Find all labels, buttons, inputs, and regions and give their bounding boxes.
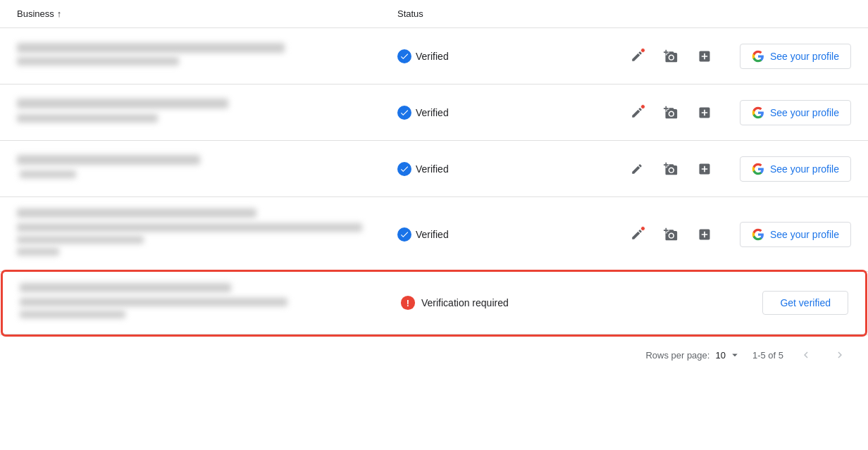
business-name-blurred — [20, 283, 231, 292]
see-profile-button[interactable]: See your profile — [740, 156, 851, 182]
action-icons — [624, 156, 717, 182]
see-profile-button[interactable]: See your profile — [740, 44, 851, 69]
business-address-blurred — [20, 298, 287, 306]
business-cell — [17, 99, 397, 127]
add-photo-button[interactable] — [658, 100, 683, 125]
table-row-verification-required: ! Verification required Get verified — [3, 272, 865, 335]
rows-per-page-value: 10 — [715, 350, 725, 361]
verified-icon — [397, 49, 411, 63]
see-profile-button[interactable]: See your profile — [740, 222, 851, 247]
chevron-right-icon — [833, 349, 846, 361]
edit-button[interactable] — [624, 156, 650, 182]
add-update-button[interactable] — [692, 222, 717, 247]
business-cell — [17, 208, 397, 260]
edit-button[interactable] — [624, 222, 650, 247]
verified-icon — [397, 106, 411, 120]
business-table: Business ↑ Status Verified — [0, 0, 868, 450]
see-profile-label: See your profile — [770, 51, 839, 62]
see-profile-label: See your profile — [770, 107, 839, 118]
status-column-header: Status — [397, 8, 851, 19]
status-cell: Verified — [397, 100, 851, 125]
add-update-button[interactable] — [692, 44, 717, 69]
action-icons — [624, 44, 717, 69]
see-profile-button[interactable]: See your profile — [740, 100, 851, 125]
add-photo-button[interactable] — [658, 44, 683, 69]
verified-icon — [397, 162, 411, 176]
chevron-left-icon — [800, 349, 812, 361]
rows-per-page: Rows per page: 10 — [645, 349, 741, 361]
business-name-blurred — [17, 99, 228, 108]
business-extra-blurred — [20, 311, 125, 318]
edit-button[interactable] — [624, 44, 650, 69]
business-extra2-blurred — [17, 248, 59, 256]
action-icons — [624, 222, 717, 247]
pagination: Rows per page: 10 1-5 of 5 — [0, 335, 868, 375]
verified-badge: Verified — [397, 227, 475, 242]
notification-dot — [640, 226, 645, 231]
notification-dot — [640, 48, 645, 53]
google-logo — [752, 163, 764, 175]
status-cell: Verified — [397, 44, 851, 69]
verified-icon — [397, 227, 411, 242]
status-text: Verified — [416, 51, 449, 62]
google-logo — [752, 106, 764, 119]
business-column-header: Business ↑ — [17, 8, 397, 19]
rows-per-page-select[interactable]: 10 — [715, 349, 740, 361]
business-address-blurred — [17, 57, 179, 65]
verified-badge: Verified — [397, 106, 475, 120]
google-logo — [752, 228, 764, 241]
rows-per-page-label: Rows per page: — [645, 350, 709, 361]
add-update-button[interactable] — [692, 156, 717, 182]
table-row: Verified See yo — [0, 141, 868, 197]
business-name-blurred — [17, 155, 200, 165]
table-header: Business ↑ Status — [0, 0, 868, 28]
status-cell: ! Verification required Get verified — [400, 291, 848, 315]
next-page-button[interactable] — [829, 344, 851, 366]
business-address-blurred — [17, 114, 158, 123]
google-logo — [752, 50, 764, 63]
table-row: Verified — [0, 28, 868, 85]
status-text: Verified — [416, 163, 449, 175]
see-profile-label: See your profile — [770, 229, 839, 240]
notification-dot — [640, 104, 645, 109]
svg-text:!: ! — [407, 298, 409, 308]
get-verified-label: Get verified — [780, 297, 831, 308]
business-cell — [20, 283, 400, 323]
add-update-button[interactable] — [692, 100, 717, 125]
verification-required-icon: ! — [400, 295, 416, 311]
verified-badge: Verified — [397, 49, 475, 63]
status-text: Verified — [416, 107, 449, 118]
verification-required-text: Verification required — [421, 297, 509, 308]
verification-required-badge: ! Verification required — [400, 295, 541, 311]
sort-icon[interactable]: ↑ — [57, 8, 62, 19]
status-text: Verified — [416, 229, 449, 240]
business-address-blurred — [17, 223, 362, 232]
business-extra-blurred — [20, 170, 76, 178]
business-cell — [17, 43, 397, 70]
edit-button[interactable] — [624, 100, 650, 125]
add-photo-button[interactable] — [658, 222, 683, 247]
action-icons — [624, 100, 717, 125]
get-verified-button[interactable]: Get verified — [762, 291, 848, 315]
business-name-blurred — [17, 43, 285, 53]
table-row: Verified — [0, 85, 868, 141]
table-row: Verified — [0, 197, 868, 272]
status-cell: Verified See yo — [397, 156, 851, 182]
add-photo-button[interactable] — [658, 156, 683, 182]
see-profile-label: See your profile — [770, 163, 839, 175]
business-name-blurred — [17, 208, 256, 218]
business-cell — [17, 155, 397, 182]
prev-page-button[interactable] — [795, 344, 817, 366]
page-info: 1-5 of 5 — [752, 350, 783, 361]
business-extra-blurred — [17, 236, 144, 244]
verified-badge: Verified — [397, 162, 475, 176]
dropdown-icon — [728, 349, 741, 361]
business-header-label: Business — [17, 8, 54, 19]
status-cell: Verified — [397, 222, 851, 247]
